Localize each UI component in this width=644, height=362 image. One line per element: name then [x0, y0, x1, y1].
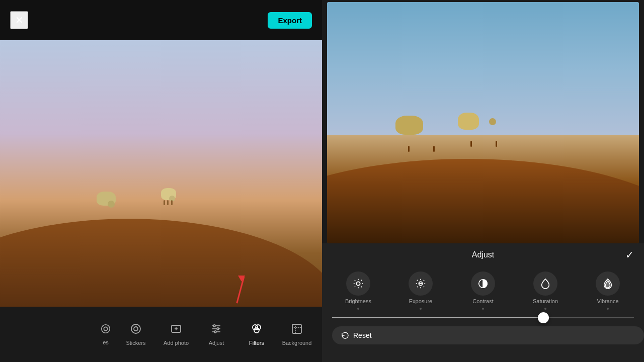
- partial-label: es: [103, 339, 109, 345]
- adjust-panel: Adjust ✓ B: [322, 243, 644, 362]
- svg-point-15: [254, 328, 259, 333]
- photo-right: [327, 2, 639, 243]
- add-photo-label: Add photo: [164, 340, 189, 346]
- close-button[interactable]: ✕: [10, 11, 28, 29]
- stickers-icon: [130, 323, 142, 337]
- contrast-label: Contrast: [472, 298, 494, 304]
- toolbar-item-add-photo[interactable]: Add photo: [156, 314, 196, 354]
- photo-area-left: [0, 40, 322, 307]
- left-header: ✕ Export: [0, 0, 322, 40]
- exposure-dot: [420, 308, 422, 310]
- slider-container: [322, 312, 644, 323]
- svg-point-14: [256, 325, 261, 330]
- add-photo-icon: [170, 323, 182, 337]
- tool-saturation[interactable]: Saturation: [528, 272, 563, 310]
- svg-point-1: [104, 327, 107, 330]
- brightness-dot: [357, 308, 359, 310]
- vibrance-dot: [607, 308, 609, 310]
- exposure-icon-circle: [409, 272, 433, 296]
- svg-line-32: [424, 287, 424, 287]
- reset-icon: [341, 331, 349, 339]
- svg-point-12: [214, 331, 216, 333]
- slider-track[interactable]: [332, 317, 634, 318]
- reset-button[interactable]: Reset: [332, 326, 644, 344]
- adjust-title: Adjust: [472, 250, 494, 259]
- svg-point-2: [131, 324, 140, 333]
- toolbar-items: es Stickers: [96, 314, 317, 354]
- svg-line-27: [361, 280, 362, 281]
- contrast-icon-circle: [471, 272, 495, 296]
- vibrance-icon-circle: [596, 272, 620, 296]
- vibrance-label: Vibrance: [597, 298, 618, 304]
- reset-label: Reset: [353, 331, 372, 339]
- svg-line-22: [355, 280, 355, 281]
- toolbar-item-background[interactable]: Background: [277, 314, 317, 354]
- left-panel: ✕ Export: [0, 0, 322, 362]
- saturation-label: Saturation: [533, 298, 558, 304]
- confirm-button[interactable]: ✓: [625, 249, 634, 261]
- tool-contrast[interactable]: Contrast: [465, 272, 501, 310]
- brightness-label: Brightness: [345, 298, 371, 304]
- svg-point-0: [102, 325, 110, 333]
- svg-point-3: [134, 327, 138, 331]
- svg-line-36: [424, 280, 424, 281]
- svg-rect-16: [292, 324, 301, 333]
- saturation-dot: [544, 308, 546, 310]
- tool-exposure[interactable]: Exposure: [403, 272, 438, 310]
- saturation-icon-circle: [533, 272, 557, 296]
- hill-left: [0, 160, 322, 307]
- toolbar-item-filters[interactable]: Filters: [236, 314, 277, 354]
- brightness-icon-circle: [346, 272, 370, 296]
- toolbar-item-partial[interactable]: es: [96, 314, 116, 354]
- tool-vibrance[interactable]: Vibrance: [590, 272, 625, 310]
- filters-icon: [251, 323, 263, 337]
- photo-left: [0, 40, 322, 307]
- background-icon: [291, 323, 303, 337]
- photo-area-right: [327, 2, 639, 243]
- bottom-toolbar: es Stickers: [0, 307, 322, 362]
- filters-label: Filters: [249, 340, 264, 346]
- adjust-icon: [210, 323, 222, 337]
- svg-line-35: [417, 287, 418, 287]
- adjust-label: Adjust: [209, 340, 224, 346]
- exposure-label: Exposure: [409, 298, 432, 304]
- partial-icon: [100, 323, 111, 336]
- svg-line-23: [361, 287, 362, 287]
- adjust-tools: Brightness: [322, 266, 644, 312]
- slider-fill: [332, 317, 543, 318]
- right-panel: Adjust ✓ B: [322, 0, 644, 362]
- svg-point-19: [356, 282, 360, 285]
- adjust-header: Adjust ✓: [322, 243, 644, 266]
- svg-line-31: [417, 280, 418, 281]
- tool-brightness[interactable]: Brightness: [341, 272, 376, 310]
- contrast-dot: [482, 308, 484, 310]
- slider-thumb[interactable]: [538, 312, 549, 323]
- toolbar-item-adjust[interactable]: Adjust: [196, 314, 236, 354]
- svg-point-11: [217, 328, 219, 330]
- svg-point-10: [213, 325, 215, 327]
- svg-line-26: [355, 287, 355, 287]
- export-button[interactable]: Export: [268, 12, 312, 29]
- background-label: Background: [282, 340, 312, 346]
- toolbar-item-stickers[interactable]: Stickers: [116, 314, 156, 354]
- stickers-label: Stickers: [126, 340, 145, 346]
